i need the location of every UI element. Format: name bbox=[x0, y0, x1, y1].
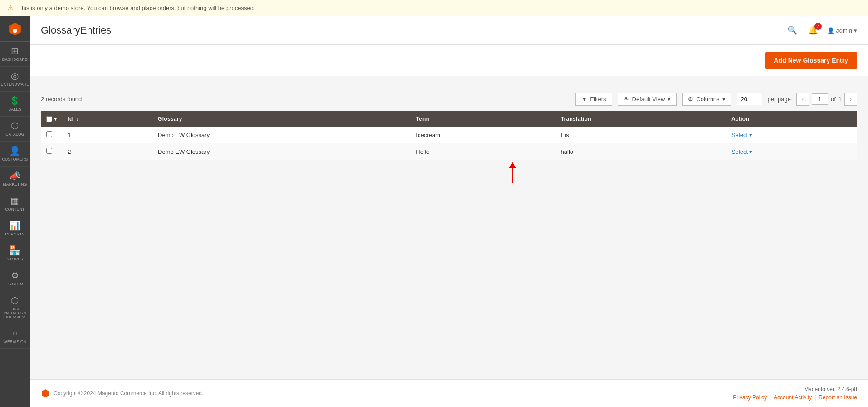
filters-button[interactable]: ▼ Filters bbox=[575, 93, 612, 106]
cell-action: Select ▾ bbox=[726, 143, 857, 160]
default-view-button[interactable]: 👁 Default View ▾ bbox=[618, 93, 677, 106]
marketing-icon: 📣 bbox=[9, 171, 20, 180]
sidebar-item-label: WEBVISION bbox=[4, 339, 27, 344]
records-count: 2 records found bbox=[41, 96, 82, 103]
annotation-arrow bbox=[509, 162, 516, 183]
select-action-link[interactable]: Select ▾ bbox=[731, 132, 852, 138]
warning-icon: ⚠ bbox=[7, 4, 14, 12]
header-actions: 🔍 🔔 7 👤 admin ▾ bbox=[785, 24, 857, 37]
find-partners-icon: ⬡ bbox=[11, 296, 19, 305]
chevron-down-icon: ▾ bbox=[722, 96, 726, 103]
footer: Copyright © 2024 Magento Commerce Inc. A… bbox=[30, 379, 868, 407]
sidebar-item-dashboard[interactable]: ⊞ DASHBOARD bbox=[0, 42, 30, 67]
sidebar-item-reports[interactable]: 📊 REPORTS bbox=[0, 216, 30, 241]
notification-button[interactable]: 🔔 7 bbox=[806, 24, 820, 37]
footer-separator: | bbox=[770, 394, 771, 401]
sidebar-item-content[interactable]: ▦ CONTENT bbox=[0, 191, 30, 216]
col-action-label: Action bbox=[731, 116, 749, 122]
cell-term: Icecream bbox=[410, 127, 555, 143]
chevron-down-icon: ▾ bbox=[668, 96, 671, 103]
per-page-label: per page bbox=[768, 96, 791, 103]
pager-of-label: of bbox=[831, 96, 836, 103]
notification-badge: 7 bbox=[814, 23, 822, 30]
pager-current-page[interactable] bbox=[812, 93, 828, 105]
sidebar-item-marketing[interactable]: 📣 MARKETING bbox=[0, 167, 30, 191]
col-translation-label: Translation bbox=[561, 116, 591, 122]
cell-id: 2 bbox=[62, 143, 152, 160]
sidebar-item-stores[interactable]: 🏪 STORES bbox=[0, 241, 30, 266]
arrow-line bbox=[512, 168, 513, 183]
columns-button[interactable]: ⚙ Columns ▾ bbox=[682, 93, 731, 106]
sidebar-item-system[interactable]: ⚙ SYSTEM bbox=[0, 266, 30, 291]
col-header-action: Action bbox=[726, 111, 857, 127]
columns-icon: ⚙ bbox=[688, 96, 693, 103]
add-new-glossary-button[interactable]: Add New Glossary Entry bbox=[765, 52, 857, 69]
chevron-down-icon[interactable]: ▾ bbox=[54, 116, 57, 122]
sidebar-item-webvision[interactable]: ○ WEBVISION bbox=[0, 324, 30, 349]
stores-icon: 🏪 bbox=[9, 246, 20, 255]
search-button[interactable]: 🔍 bbox=[785, 24, 799, 37]
sidebar-item-label: STORES bbox=[7, 257, 24, 261]
footer-magento-icon bbox=[41, 389, 50, 398]
sidebar-item-find-partners[interactable]: ⬡ FIND PARTNERS & EXTENSIONS bbox=[0, 291, 30, 324]
footer-logo: Copyright © 2024 Magento Commerce Inc. A… bbox=[41, 389, 203, 398]
sidebar-item-catalog[interactable]: ⬡ CATALOG bbox=[0, 117, 30, 142]
sort-icon: ↓ bbox=[76, 117, 78, 122]
per-page-select[interactable]: 20 30 50 100 bbox=[737, 93, 762, 105]
user-name: admin bbox=[836, 27, 852, 34]
sidebar-item-label: EXTENDWARE bbox=[1, 82, 29, 87]
row-checkbox[interactable] bbox=[46, 148, 52, 154]
action-bar: Add New Glossary Entry bbox=[30, 45, 868, 76]
account-activity-link[interactable]: Account Activity bbox=[774, 394, 812, 401]
version-number: ver. 2.4.6-p8 bbox=[827, 386, 857, 392]
cell-translation: hallo bbox=[556, 143, 726, 160]
data-table: ▾ Id ↓ Glossary Term bbox=[41, 111, 857, 160]
sidebar-item-extendware[interactable]: ◎ EXTENDWARE bbox=[0, 67, 30, 92]
sidebar-item-label: CONTENT bbox=[5, 207, 24, 211]
report-issue-link[interactable]: Report an Issue bbox=[819, 394, 857, 401]
sidebar-item-sales[interactable]: 💲 SALES bbox=[0, 92, 30, 117]
records-found: 2 records found bbox=[41, 96, 82, 103]
privacy-policy-link[interactable]: Privacy Policy bbox=[733, 394, 767, 401]
default-view-label: Default View bbox=[632, 96, 665, 103]
eye-icon: 👁 bbox=[624, 96, 629, 103]
cell-glossary: Demo EW Glossary bbox=[152, 127, 410, 143]
select-action-link[interactable]: Select ▾ bbox=[731, 148, 852, 155]
magento-logo-icon bbox=[8, 22, 22, 36]
cell-action: Select ▾ bbox=[726, 127, 857, 143]
table-row: 2 Demo EW Glossary Hello hallo Select ▾ bbox=[41, 143, 857, 160]
grid-toolbar-right: ▼ Filters 👁 Default View ▾ ⚙ Columns ▾ bbox=[575, 93, 857, 106]
search-icon: 🔍 bbox=[787, 26, 797, 35]
select-all-checkbox[interactable] bbox=[46, 116, 52, 122]
chevron-down-icon: ▾ bbox=[854, 27, 857, 34]
content-icon: ▦ bbox=[10, 196, 19, 205]
pager-prev-button[interactable]: ‹ bbox=[796, 93, 809, 106]
sidebar-logo[interactable] bbox=[0, 16, 30, 42]
sidebar: ⊞ DASHBOARD ◎ EXTENDWARE 💲 SALES ⬡ CATAL… bbox=[0, 16, 30, 407]
sidebar-item-customers[interactable]: 👤 CUSTOMERS bbox=[0, 142, 30, 167]
sidebar-item-label: DASHBOARD bbox=[2, 57, 28, 62]
cell-checkbox bbox=[41, 143, 62, 160]
sidebar-item-label: SALES bbox=[9, 107, 22, 112]
arrow-head bbox=[509, 162, 516, 168]
banner-message: This is only a demo store. You can brows… bbox=[18, 5, 255, 11]
sales-icon: 💲 bbox=[9, 96, 20, 105]
main-content: GlossaryEntries 🔍 🔔 7 👤 admin ▾ Add New … bbox=[30, 16, 868, 407]
reports-icon: 📊 bbox=[9, 221, 20, 230]
filter-icon: ▼ bbox=[581, 96, 587, 103]
col-glossary-label: Glossary bbox=[158, 116, 182, 122]
pager-next-button[interactable]: › bbox=[844, 93, 857, 106]
user-menu-button[interactable]: 👤 admin ▾ bbox=[827, 27, 857, 34]
sidebar-item-label: FIND PARTNERS & EXTENSIONS bbox=[2, 307, 28, 319]
annotation-arrow-container bbox=[168, 160, 857, 185]
dashboard-icon: ⊞ bbox=[11, 46, 19, 55]
sidebar-item-label: SYSTEM bbox=[7, 282, 24, 286]
per-page-select-wrap: 20 30 50 100 bbox=[737, 93, 762, 105]
sidebar-item-label: MARKETING bbox=[3, 182, 27, 186]
cell-term: Hello bbox=[410, 143, 555, 160]
footer-right: Magento ver. 2.4.6-p8 Privacy Policy | A… bbox=[733, 386, 857, 401]
cell-translation: Eis bbox=[556, 127, 726, 143]
row-checkbox[interactable] bbox=[46, 131, 52, 137]
customers-icon: 👤 bbox=[9, 146, 20, 155]
extendware-icon: ◎ bbox=[11, 71, 19, 80]
